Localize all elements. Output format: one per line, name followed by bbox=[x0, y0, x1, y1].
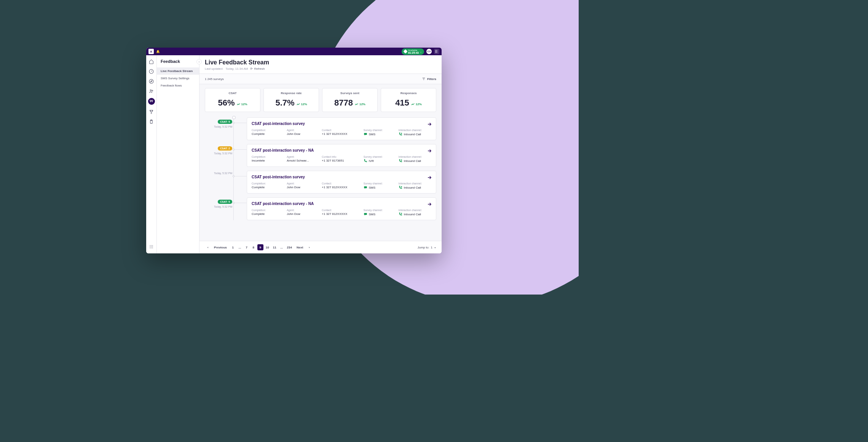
bell-icon[interactable]: 🔔 bbox=[156, 50, 160, 53]
open-survey-button[interactable] bbox=[427, 202, 432, 207]
refresh-label: Refresh bbox=[254, 67, 265, 70]
svg-rect-17 bbox=[364, 213, 367, 215]
field-label: Interaction channel: bbox=[399, 129, 431, 131]
interaction-channel-value: Inbound Call bbox=[399, 186, 431, 189]
last-updated-prefix: Last updated: bbox=[205, 67, 223, 70]
field-label: Completion: bbox=[252, 182, 284, 185]
app-window: it 🔔 Available 01:25:43 ⌄ CO bbox=[146, 48, 442, 253]
sidebar-item[interactable]: Live Feedback Stream bbox=[157, 67, 199, 75]
page-number[interactable]: 234 bbox=[286, 244, 294, 250]
completion-value: Complete bbox=[252, 132, 284, 136]
page-number[interactable]: 11 bbox=[271, 244, 278, 250]
sidebar-collapse-button[interactable]: ‹ bbox=[196, 59, 202, 64]
next-button[interactable]: Next bbox=[294, 244, 305, 250]
field-label: Contact: bbox=[322, 209, 361, 211]
titlebar: it 🔔 Available 01:25:43 ⌄ CO bbox=[146, 48, 442, 55]
kpi-card: Surveys sent 8778 12% bbox=[322, 88, 378, 112]
jump-to-value: 1 bbox=[431, 246, 432, 249]
field-label: Agent: bbox=[287, 155, 319, 158]
arrow-right-icon bbox=[427, 148, 432, 154]
panel-toggle-icon[interactable] bbox=[434, 49, 439, 54]
next-chevron-icon[interactable]: › bbox=[306, 244, 312, 250]
interaction-channel-value: Inbound Call bbox=[399, 132, 431, 136]
presence-status-pill[interactable]: Available 01:25:43 ⌄ bbox=[402, 48, 424, 55]
nav-trophy-icon[interactable] bbox=[148, 109, 155, 115]
page-number[interactable]: 8 bbox=[251, 244, 257, 250]
contact-value: +1 327 812XXXXX bbox=[322, 132, 361, 136]
page-number[interactable]: 9 bbox=[257, 244, 263, 250]
prev-button[interactable]: Previous bbox=[212, 244, 229, 250]
sidebar-item[interactable]: Feedback flows bbox=[157, 82, 199, 89]
contact-value: +1 327 812XXXXX bbox=[322, 212, 361, 216]
nav-home-icon[interactable] bbox=[148, 58, 155, 64]
nav-rail bbox=[146, 55, 157, 253]
field-label: Interaction channel: bbox=[399, 155, 431, 158]
open-survey-button[interactable] bbox=[427, 148, 432, 154]
kpi-delta: 12% bbox=[355, 102, 365, 106]
nav-dashboard-icon[interactable] bbox=[148, 68, 155, 74]
jump-to-control[interactable]: Jump to: 1 ⌄ bbox=[418, 246, 436, 249]
field-label: Completion: bbox=[252, 129, 284, 131]
presence-timer: 01:25:43 bbox=[408, 51, 419, 54]
field-label: Agent: bbox=[287, 209, 319, 211]
field-label: Survey channel: bbox=[364, 182, 396, 185]
kpi-value: 415 bbox=[395, 98, 409, 108]
user-avatar[interactable]: CO bbox=[426, 49, 432, 54]
nav-feedback-icon[interactable] bbox=[148, 98, 155, 105]
open-survey-button[interactable] bbox=[427, 122, 432, 127]
survey-channel-value: SMS bbox=[364, 212, 396, 216]
nav-people-icon[interactable] bbox=[148, 88, 155, 94]
chevron-down-icon: ⌄ bbox=[420, 50, 422, 53]
page-number[interactable]: 1 bbox=[230, 244, 236, 250]
kpi-label: CSAT bbox=[207, 91, 258, 95]
timeline-connector bbox=[235, 123, 247, 123]
svg-rect-15 bbox=[364, 133, 367, 135]
field-label: Interaction channel: bbox=[399, 182, 431, 185]
svg-point-1 bbox=[150, 90, 151, 91]
kpi-card: Response rate 5.7% 12% bbox=[263, 88, 319, 112]
nav-apps-icon[interactable] bbox=[148, 243, 155, 250]
open-survey-button[interactable] bbox=[427, 175, 432, 180]
pagination: ‹Previous1...7891011...234Next› Jump to:… bbox=[199, 241, 442, 253]
feed-row: Today, 5:32 PM CSAT post-interaction sur… bbox=[228, 171, 436, 194]
presence-label: Available bbox=[408, 49, 419, 51]
kpi-row: CSAT 56% 12% Response rate 5.7% 12% Surv… bbox=[205, 88, 436, 112]
prev-chevron-icon[interactable]: ‹ bbox=[205, 244, 211, 250]
svg-point-13 bbox=[151, 247, 152, 248]
trend-up-icon bbox=[297, 102, 300, 106]
refresh-button[interactable]: ⟳ Refresh bbox=[250, 67, 265, 70]
sidebar-title: Feedback bbox=[157, 59, 199, 67]
survey-card[interactable]: CSAT post-interaction survey Completion:… bbox=[247, 171, 436, 194]
survey-card[interactable]: CSAT post-interaction survey - NA Comple… bbox=[247, 197, 436, 220]
feed-row: CSAT: 5 Today, 5:32 PM CSAT post-interac… bbox=[228, 197, 436, 220]
page-number[interactable]: 7 bbox=[244, 244, 250, 250]
page-number[interactable]: 10 bbox=[264, 244, 271, 250]
app-logo[interactable]: it bbox=[148, 49, 154, 54]
svg-point-0 bbox=[149, 79, 153, 83]
feed-timestamp: Today, 5:32 PM bbox=[205, 125, 232, 128]
survey-card[interactable]: CSAT post-interaction survey - NA Comple… bbox=[247, 144, 436, 167]
main-panel: Live Feedback Stream Last updated: Today… bbox=[199, 55, 442, 253]
agent-value: Arnold Schwar... bbox=[287, 159, 319, 162]
svg-point-10 bbox=[151, 246, 152, 247]
svg-point-2 bbox=[152, 90, 153, 91]
field-label: Contact: bbox=[322, 182, 361, 185]
kpi-label: Responses bbox=[383, 91, 434, 95]
field-label: Completion: bbox=[252, 209, 284, 211]
sidebar-item[interactable]: SMS Survey Settings bbox=[157, 75, 199, 82]
svg-rect-16 bbox=[364, 186, 367, 188]
nav-compass-icon[interactable] bbox=[148, 78, 155, 84]
nav-clipboard-icon[interactable] bbox=[148, 119, 155, 125]
survey-card[interactable]: CSAT post-interaction survey Completion:… bbox=[247, 117, 436, 140]
feed-timestamp: Today, 5:32 PM bbox=[205, 172, 232, 175]
kpi-value: 8778 bbox=[334, 98, 353, 108]
kpi-card: CSAT 56% 12% bbox=[205, 88, 260, 112]
kpi-label: Response rate bbox=[266, 91, 316, 95]
feed-row: CSAT: 2 Today, 5:32 PM CSAT post-interac… bbox=[228, 144, 436, 167]
feed-timestamp: Today, 5:32 PM bbox=[205, 152, 232, 155]
csat-badge: CSAT: 5 bbox=[218, 200, 232, 204]
filters-button[interactable]: Filters bbox=[422, 77, 436, 81]
timeline-connector bbox=[235, 149, 247, 150]
interaction-channel-value: Inbound Call bbox=[399, 212, 431, 216]
page-ellipsis: ... bbox=[237, 244, 243, 250]
